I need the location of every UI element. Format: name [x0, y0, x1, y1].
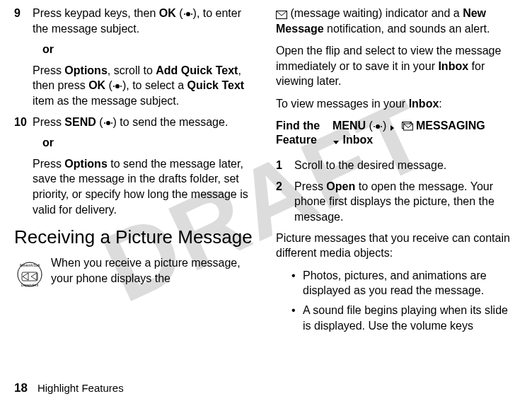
center-key-icon: [183, 9, 193, 19]
messaging-label: MESSAGING: [416, 120, 485, 132]
text: (: [366, 120, 373, 132]
ok-label: OK: [159, 7, 176, 19]
page-number: 18: [14, 381, 28, 395]
receiving-paragraph: Network/Sub Dependent When you receive a…: [14, 255, 256, 286]
step-text: Press keypad keys, then OK (), to enter …: [33, 6, 256, 36]
step-number: 9: [14, 6, 33, 36]
text: item as the message subject.: [33, 95, 179, 107]
text: ), to select a: [122, 79, 187, 91]
text: Press: [33, 116, 64, 128]
add-quick-text-label: Add Quick Text: [156, 64, 238, 76]
center-key-icon: [373, 122, 383, 132]
menu-path-line1: MENU () MESSAGING: [332, 119, 518, 134]
step-1: 1 Scroll to the desired message.: [276, 158, 518, 173]
text: ) to send the message.: [113, 116, 229, 128]
center-key-icon: [112, 81, 122, 91]
view-inbox-paragraph: To view messages in your Inbox:: [276, 96, 518, 112]
menu-path-line2: Inbox: [332, 133, 518, 148]
svg-point-4: [113, 86, 115, 87]
step-text: Press Open to open the message. Your pho…: [294, 179, 518, 225]
messaging-icon: [402, 122, 413, 132]
center-key-icon: [103, 118, 113, 128]
open-flip-paragraph: Open the flip and select to view the mes…: [276, 43, 518, 89]
page-body: 9 Press keypad keys, then OK (), to ente…: [0, 0, 532, 401]
bullet-text: Photos, pictures, and animations are dis…: [303, 268, 518, 298]
text: (: [96, 116, 103, 128]
arrow-right-icon: [390, 124, 395, 132]
step-number: 1: [276, 158, 294, 173]
text: Press: [294, 180, 326, 192]
text: Press: [33, 64, 64, 76]
text: Press: [33, 158, 64, 170]
text: When you receive a picture message, your…: [51, 257, 241, 284]
arrow-down-icon: [332, 140, 340, 146]
network-feature-icon: Network/Sub Dependent: [14, 257, 45, 292]
bullet-dot: •: [291, 303, 303, 333]
svg-point-2: [191, 13, 192, 15]
step-number: 10: [14, 115, 33, 130]
text: :: [439, 98, 441, 110]
text: ): [383, 120, 390, 132]
text: Feature: [276, 133, 332, 148]
options-label: Options: [64, 64, 107, 76]
quick-text-label: Quick Text: [187, 79, 245, 91]
media-objects-paragraph: Picture messages that you receive can co…: [276, 231, 518, 261]
envelope-icon: [276, 11, 287, 19]
left-column: 9 Press keypad keys, then OK (), to ente…: [14, 6, 266, 401]
svg-point-7: [104, 122, 105, 124]
step-2: 2 Press Open to open the message. Your p…: [276, 179, 518, 225]
find-feature-label: Find the Feature: [276, 119, 332, 149]
text: (: [105, 79, 112, 91]
options-label: Options: [64, 158, 107, 170]
svg-point-15: [374, 126, 375, 127]
text: , scroll to: [108, 64, 156, 76]
step-10-alt: Press Options to send the message later,…: [33, 156, 256, 217]
bullet-dot: •: [291, 268, 303, 298]
bullet-item: • A sound file begins playing when its s…: [276, 303, 518, 333]
step-10: 10 Press SEND () to send the message.: [14, 115, 256, 130]
svg-point-14: [376, 124, 380, 129]
ok-label: OK: [88, 79, 105, 91]
section-heading-receiving: Receiving a Picture Message: [14, 227, 256, 248]
svg-point-3: [115, 84, 120, 88]
page-footer: 18 Highlight Features: [14, 381, 124, 395]
text: To view messages in your: [276, 98, 409, 110]
right-column: (message waiting) indicator and a New Me…: [266, 6, 518, 401]
step-number: 2: [276, 179, 294, 225]
bullet-text: A sound file begins playing when its sli…: [303, 303, 518, 333]
svg-rect-12: [22, 272, 37, 281]
inbox-label: Inbox: [438, 60, 468, 72]
or-label: or: [42, 42, 256, 57]
find-feature-box: Find the Feature MENU () MESSAGING Inbox: [276, 119, 518, 149]
continuation-paragraph: (message waiting) indicator and a New Me…: [276, 6, 518, 36]
step-text: Scroll to the desired message.: [294, 158, 518, 173]
svg-text:Network/Sub: Network/Sub: [20, 263, 40, 267]
step-9-alt: Press Options, scroll to Add Quick Text,…: [33, 63, 256, 109]
bullet-item: • Photos, pictures, and animations are d…: [276, 268, 518, 298]
send-label: SEND: [64, 116, 96, 128]
text: (message waiting) indicator and a: [287, 7, 463, 19]
step-9: 9 Press keypad keys, then OK (), to ente…: [14, 6, 256, 36]
text: Find the: [276, 119, 332, 134]
footer-title: Highlight Features: [37, 382, 124, 394]
text: Press keypad keys, then: [33, 7, 159, 19]
or-label: or: [42, 135, 256, 151]
menu-label: MENU: [332, 120, 366, 132]
svg-point-5: [120, 86, 122, 87]
svg-point-1: [184, 13, 185, 15]
text: (: [176, 7, 183, 19]
svg-point-6: [106, 121, 110, 125]
inbox-label: Inbox: [342, 134, 373, 146]
find-feature-path: MENU () MESSAGING Inbox: [332, 119, 518, 149]
step-text: Press SEND () to send the message.: [33, 115, 256, 130]
svg-point-8: [111, 122, 112, 124]
svg-point-16: [381, 126, 382, 127]
text: notification, and sounds an alert.: [324, 23, 490, 35]
svg-point-0: [186, 12, 190, 16]
open-label: Open: [326, 180, 355, 192]
inbox-label: Inbox: [409, 98, 439, 110]
svg-text:Dependent: Dependent: [21, 283, 39, 287]
